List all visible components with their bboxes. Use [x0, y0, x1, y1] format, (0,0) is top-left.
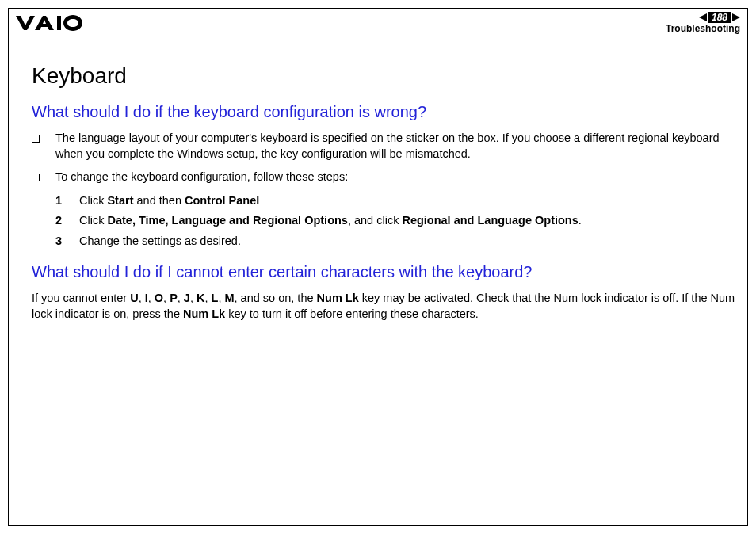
step-text: Click Date, Time, Language and Regional … [79, 213, 582, 229]
question-heading-1: What should I do if the keyboard configu… [32, 103, 736, 121]
step-text: Click Start and then Control Panel [79, 193, 259, 209]
square-bullet-icon [32, 174, 40, 181]
bullet-item: The language layout of your computer's k… [32, 131, 736, 162]
list-item: 3 Change the settings as desired. [55, 234, 736, 250]
square-bullet-icon [32, 135, 40, 143]
page-nav: 188 [666, 12, 740, 23]
page-number: 188 [708, 12, 731, 23]
bullet-text: The language layout of your computer's k… [55, 131, 736, 162]
prev-page-arrow-icon[interactable] [699, 13, 707, 21]
step-text: Change the settings as desired. [79, 234, 241, 250]
step-number: 3 [55, 234, 79, 250]
step-number: 2 [55, 213, 79, 229]
content: Keyboard What should I do if the keyboar… [32, 63, 736, 329]
list-item: 1 Click Start and then Control Panel [55, 193, 736, 209]
next-page-arrow-icon[interactable] [732, 13, 740, 21]
question-heading-2: What should I do if I cannot enter certa… [32, 263, 736, 281]
bullet-text: To change the keyboard configuration, fo… [55, 170, 348, 185]
header: 188 Troubleshooting [10, 10, 746, 36]
paragraph: If you cannot enter U, I, O, P, J, K, L,… [32, 291, 736, 322]
vaio-logo [16, 14, 87, 32]
section-label: Troubleshooting [666, 24, 740, 34]
page-title: Keyboard [32, 63, 736, 89]
list-item: 2 Click Date, Time, Language and Regiona… [55, 213, 736, 229]
numbered-list: 1 Click Start and then Control Panel 2 C… [32, 193, 736, 250]
svg-rect-0 [57, 16, 61, 30]
bullet-item: To change the keyboard configuration, fo… [32, 170, 736, 185]
header-right: 188 Troubleshooting [666, 12, 740, 34]
step-number: 1 [55, 193, 79, 209]
